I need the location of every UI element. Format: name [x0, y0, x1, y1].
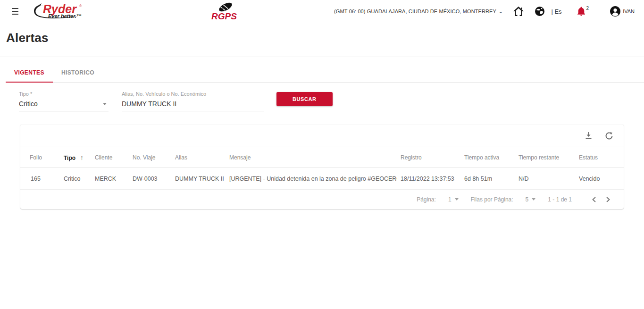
rows-per-page-select[interactable]: 5 [526, 196, 536, 203]
cell-tiempo-restante: N/D [515, 168, 575, 190]
globe-icon[interactable] [535, 6, 545, 17]
cell-tiempo-activa: 6d 8h 51m [460, 168, 515, 190]
bell-icon [577, 7, 585, 16]
alerts-card: Folio Tipo↑ Cliente No. Viaje Alias Mens… [20, 125, 624, 209]
language-label[interactable]: | Es [551, 8, 561, 15]
buscar-button[interactable]: BUSCAR [276, 92, 333, 106]
column-header-cliente[interactable]: Cliente [91, 147, 129, 168]
column-header-tipo[interactable]: Tipo↑ [60, 147, 91, 168]
chevron-left-icon [592, 197, 596, 202]
app-header: Ryder ® Ever better.™ RGPS (GMT-06: 00) … [0, 0, 644, 23]
refresh-icon [605, 132, 613, 140]
ryder-tagline: Ever better.™ [48, 13, 82, 19]
tipo-select[interactable]: Critico [19, 100, 109, 111]
cell-tipo: Critico [60, 168, 91, 190]
timezone-select[interactable]: (GMT-06: 00) GUADALAJARA, CIUDAD DE MÉXI… [334, 8, 502, 14]
table-row[interactable]: 165 Critico MERCK DW-0003 DUMMY TRUCK II… [20, 168, 624, 190]
rows-per-page-label: Filas por Página: [471, 196, 513, 203]
cell-no-viaje: DW-0003 [129, 168, 171, 190]
rgps-wordmark: RGPS [211, 11, 237, 21]
avatar-icon [610, 6, 621, 17]
rows-per-page-value: 5 [526, 196, 529, 203]
alias-label: Alias, No. Vehículo o No. Económico [122, 91, 264, 97]
svg-text:®: ® [79, 4, 82, 8]
cell-folio: 165 [20, 168, 60, 190]
sort-asc-icon: ↑ [80, 154, 84, 161]
column-header-registro[interactable]: Registro [397, 147, 460, 168]
ryder-logo[interactable]: Ryder ® Ever better.™ [31, 1, 86, 22]
cell-registro: 18/11/2022 13:37:53 [397, 168, 460, 190]
tab-bar: VIGENTES HISTORICO [6, 64, 644, 83]
tab-historico[interactable]: HISTORICO [53, 64, 103, 82]
row-range-label: 1 - 1 de 1 [548, 196, 572, 203]
cell-estatus: Vencido [575, 168, 624, 190]
chevron-down-icon [455, 198, 459, 200]
page-select[interactable]: 1 [448, 196, 459, 203]
cell-cliente: MERCK [91, 168, 129, 190]
download-button[interactable] [583, 130, 594, 142]
timezone-label: (GMT-06: 00) GUADALAJARA, CIUDAD DE MÉXI… [334, 8, 496, 14]
column-header-folio[interactable]: Folio [20, 147, 60, 168]
home-icon[interactable] [513, 6, 524, 17]
column-header-mensaje[interactable]: Mensaje [226, 147, 397, 168]
table-header-row: Folio Tipo↑ Cliente No. Viaje Alias Mens… [20, 147, 624, 168]
column-header-alias[interactable]: Alias [171, 147, 226, 168]
chevron-down-icon: ⌄ [499, 9, 502, 14]
cell-alias: DUMMY TRUCK II [171, 168, 226, 190]
username-label: IVAN [623, 8, 635, 14]
hamburger-menu-icon[interactable] [12, 8, 21, 15]
filter-form: Tipo * Critico Alias, No. Vehículo o No.… [19, 91, 644, 111]
tab-vigentes[interactable]: VIGENTES [6, 64, 53, 82]
column-header-no-viaje[interactable]: No. Viaje [129, 147, 171, 168]
title-divider [0, 57, 644, 57]
tipo-selected-value: Critico [19, 100, 38, 108]
page-title: Alertas [6, 31, 644, 45]
user-menu[interactable]: IVAN [610, 6, 635, 17]
page-label: Página: [417, 196, 436, 203]
table-toolbar [20, 125, 624, 147]
cell-mensaje: [URGENTE] - Unidad detenida en la zona d… [226, 168, 397, 190]
next-page-button[interactable] [603, 196, 613, 203]
tipo-field: Tipo * Critico [19, 91, 109, 111]
tipo-label: Tipo * [19, 91, 109, 97]
column-header-tiempo-restante[interactable]: Tiempo restante [515, 147, 575, 168]
download-icon [585, 132, 593, 140]
column-header-tiempo-activa[interactable]: Tiempo activa [460, 147, 515, 168]
chevron-right-icon [606, 197, 611, 202]
notification-count-badge: 2 [586, 6, 589, 11]
alias-input[interactable] [122, 100, 264, 111]
notifications-button[interactable]: 2 [577, 7, 589, 16]
page-value: 1 [448, 196, 452, 203]
chevron-down-icon [532, 198, 535, 200]
refresh-button[interactable] [603, 130, 615, 142]
alias-field: Alias, No. Vehículo o No. Económico [122, 91, 264, 111]
rgps-logo[interactable]: RGPS [207, 1, 242, 23]
alerts-table: Folio Tipo↑ Cliente No. Viaje Alias Mens… [20, 147, 624, 190]
pagination-bar: Página: 1 Filas por Página: 5 1 - 1 de 1 [20, 190, 624, 209]
column-header-estatus[interactable]: Estatus [575, 147, 624, 168]
previous-page-button[interactable] [589, 196, 599, 203]
chevron-down-icon [103, 103, 107, 105]
